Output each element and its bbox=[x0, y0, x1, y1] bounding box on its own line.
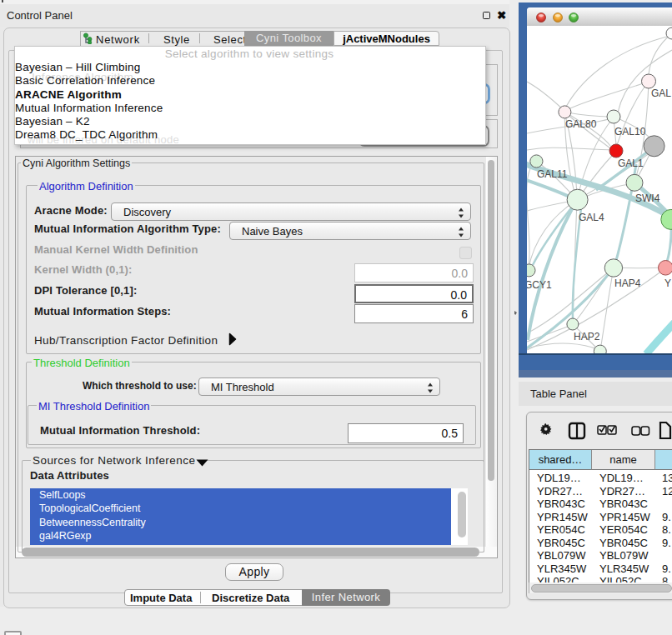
svg-text:SWI4: SWI4 bbox=[635, 192, 660, 204]
svg-text:HAP2: HAP2 bbox=[574, 331, 600, 342]
svg-text:GAL11: GAL11 bbox=[537, 168, 568, 180]
svg-text:GCY1: GCY1 bbox=[527, 279, 552, 291]
svg-text:HAP4: HAP4 bbox=[614, 278, 641, 289]
svg-text:GAL10: GAL10 bbox=[614, 126, 646, 138]
svg-text:GAL: GAL bbox=[651, 88, 671, 99]
svg-text:GAL1: GAL1 bbox=[618, 158, 644, 169]
svg-text:GAL80: GAL80 bbox=[565, 118, 597, 130]
svg-text:Y: Y bbox=[664, 278, 671, 289]
svg-text:GAL4: GAL4 bbox=[579, 212, 604, 223]
